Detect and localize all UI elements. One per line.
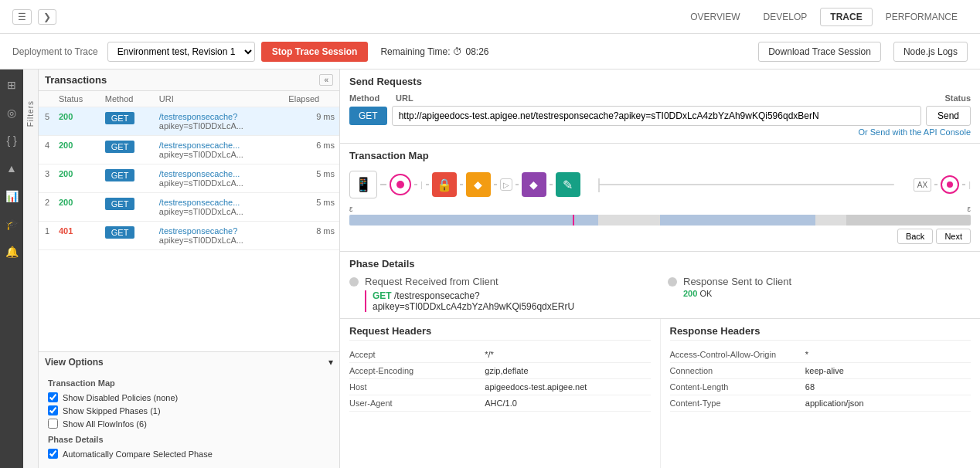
show_disabled-checkbox[interactable] xyxy=(48,392,58,402)
return-proxy-dot xyxy=(947,181,953,188)
list-item: Hostapigeedocs-test.apigee.net xyxy=(349,379,651,395)
url-col-label: URL xyxy=(396,93,909,103)
method-col-label: Method xyxy=(349,93,396,103)
request-dot xyxy=(349,277,359,287)
response-dot xyxy=(668,277,677,287)
deployment-select[interactable]: Environment test, Revision 1 xyxy=(107,42,255,62)
timeline-labels: ε ε xyxy=(349,205,971,213)
tx-method: GET xyxy=(100,107,155,136)
view-options-body: Transaction Map Show Disabled Policies (… xyxy=(39,372,339,468)
table-row[interactable]: 3 200 GET /testresponsecache...apikey=sT… xyxy=(39,164,339,193)
view-options-header[interactable]: View Options ▾ xyxy=(39,352,339,372)
tx-header-row: Status Method URI Elapsed xyxy=(39,91,339,107)
timer-info: Remaining Time: ⏱ 08:26 xyxy=(380,46,488,57)
top-nav: ☰ ❯ OVERVIEW DEVELOP TRACE PERFORMANCE xyxy=(0,0,980,34)
sidebar-icon-dev[interactable]: { } xyxy=(3,131,19,150)
send-method-btn[interactable]: GET xyxy=(349,107,387,125)
tx-id: 1 xyxy=(39,222,54,250)
nodejs-logs-btn[interactable]: Node.js Logs xyxy=(893,42,968,62)
status-col-label: Status xyxy=(909,93,971,103)
sidebar-icon-api[interactable]: ◎ xyxy=(4,103,19,122)
header-val: */* xyxy=(485,350,650,359)
transactions-panel: Transactions « Status Method URI Elapsed xyxy=(39,70,340,468)
timeline-bar[interactable] xyxy=(349,215,971,226)
tx-method: GET xyxy=(100,222,155,250)
col-method: Method xyxy=(100,91,155,107)
sidebar-icon-publish[interactable]: ▲ xyxy=(3,159,20,178)
view-options-collapse-icon: ▾ xyxy=(328,357,333,368)
url-input[interactable] xyxy=(392,106,921,126)
nav-collapse-btn[interactable]: ☰ xyxy=(12,9,32,25)
tx-elapsed: 9 ms xyxy=(284,107,339,136)
lock-icon[interactable]: 🔒 xyxy=(432,172,457,197)
header-key: Content-Type xyxy=(670,398,805,408)
arrow-icon: ▷ xyxy=(500,178,512,191)
checkbox-row: Show All FlowInfos (6) xyxy=(48,419,330,429)
download-trace-btn[interactable]: Download Trace Session xyxy=(758,42,881,62)
tx-method: GET xyxy=(100,193,155,222)
return-flow xyxy=(584,171,910,198)
tx-uri: /testresponsecache...apikey=sTI0DDxLcA..… xyxy=(155,193,284,222)
show_flowinfos-checkbox[interactable] xyxy=(48,419,58,429)
tx-status: 200 xyxy=(54,107,100,136)
sidebar-icon-analyze[interactable]: 📊 xyxy=(2,187,22,205)
transactions-header: Transactions « xyxy=(39,70,339,91)
checkbox-row: Show Disabled Policies (none) xyxy=(48,392,330,402)
response-phase-content: Response Sent to Client 200 OK xyxy=(683,276,791,298)
api-console-link[interactable]: Or Send with the API Console xyxy=(349,127,971,137)
table-row[interactable]: 5 200 GET /testresponsecache?apikey=sTI0… xyxy=(39,107,339,136)
tab-overview[interactable]: OVERVIEW xyxy=(680,8,750,26)
response-phase-item: Response Sent to Client 200 OK xyxy=(668,276,971,298)
tx-table: Status Method URI Elapsed 5 200 GET /tes… xyxy=(39,91,339,250)
diamond-orange-icon[interactable]: ◆ xyxy=(466,172,491,197)
tx-status: 401 xyxy=(54,222,100,250)
sidebar-icon-home[interactable]: ⊞ xyxy=(4,76,19,94)
auto-compare-checkbox[interactable] xyxy=(48,449,58,459)
timeline-marker xyxy=(573,215,574,226)
connector-2 xyxy=(414,184,417,185)
send-requests-title: Send Requests xyxy=(349,76,971,87)
table-row[interactable]: 4 200 GET /testresponsecache...apikey=sT… xyxy=(39,136,339,164)
auto-compare-row: Automatically Compare Selected Phase xyxy=(48,449,330,459)
tx-elapsed: 5 ms xyxy=(284,193,339,222)
tx-method: GET xyxy=(100,164,155,193)
sidebar-icon-notify[interactable]: 🔔 xyxy=(2,242,22,261)
transactions-collapse-btn[interactable]: « xyxy=(319,74,333,86)
stop-trace-btn[interactable]: Stop Trace Session xyxy=(261,42,369,62)
phase-details-title: Phase Details xyxy=(349,258,971,270)
request-method: GET xyxy=(373,290,392,301)
phase-details-section-label: Phase Details xyxy=(48,435,330,444)
tab-performance[interactable]: PERFORMANCE xyxy=(876,8,968,26)
request-headers-title: Request Headers xyxy=(349,325,651,341)
send-btn[interactable]: Send xyxy=(926,106,971,126)
next-btn[interactable]: Next xyxy=(936,229,971,244)
filters-label: Filters xyxy=(26,100,35,127)
col-elapsed: Elapsed xyxy=(284,91,339,107)
deployment-label: Deployment to Trace xyxy=(12,46,98,57)
response-phase-col: Response Sent to Client 200 OK xyxy=(668,276,971,312)
timeline-fill-1 xyxy=(349,215,598,226)
header-key: Access-Control-Allow-Origin xyxy=(670,350,805,359)
transactions-title: Transactions xyxy=(45,74,107,86)
sidebar-icon-learn[interactable]: 🎓 xyxy=(2,215,22,233)
response-headers-col: Response Headers Access-Control-Allow-Or… xyxy=(661,319,981,468)
table-row[interactable]: 1 401 GET /testresponsecache?apikey=sTI0… xyxy=(39,222,339,250)
tab-trace[interactable]: TRACE xyxy=(820,8,872,26)
diamond-purple-icon[interactable]: ◆ xyxy=(522,172,546,197)
request-phase-title: Request Received from Client xyxy=(365,276,574,287)
show_disabled-label: Show Disabled Policies (none) xyxy=(63,393,178,402)
tab-develop[interactable]: DEVELOP xyxy=(754,8,818,26)
table-row[interactable]: 2 200 GET /testresponsecache...apikey=sT… xyxy=(39,193,339,222)
show_skipped-checkbox[interactable] xyxy=(48,405,58,415)
separator-1: | xyxy=(420,180,423,189)
response-phase-title: Response Sent to Client xyxy=(683,276,791,287)
back-btn[interactable]: Back xyxy=(897,229,933,244)
nav-forward-btn[interactable]: ❯ xyxy=(38,9,56,25)
request-uri: /testresponsecache? xyxy=(394,290,480,301)
pen-icon[interactable]: ✎ xyxy=(556,172,580,197)
sidebar-icons: ⊞ ◎ { } ▲ 📊 🎓 🔔 xyxy=(0,70,23,468)
tx-uri: /testresponsecache?apikey=sTI0DDxLcA... xyxy=(155,107,284,136)
tx-method: GET xyxy=(100,136,155,164)
header-key: Content-Length xyxy=(670,382,805,392)
remaining-label: Remaining Time: xyxy=(380,46,450,57)
